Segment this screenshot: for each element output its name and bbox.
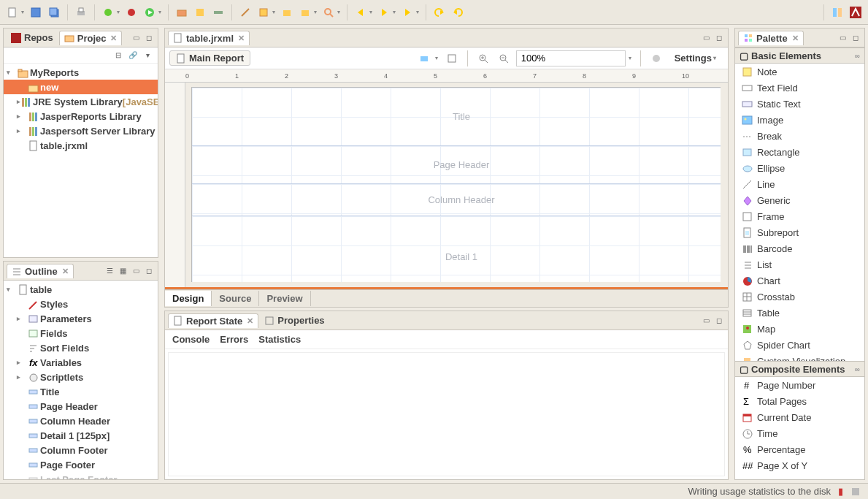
palette-item[interactable]: Static Text: [735, 96, 864, 112]
palette-item[interactable]: ΣTotal Pages: [735, 393, 864, 409]
dropdown-arrow-icon[interactable]: ▾: [416, 9, 420, 15]
minimize-icon[interactable]: ▭: [837, 33, 848, 43]
wizard-alt-icon[interactable]: [279, 4, 295, 20]
band-detail-1[interactable]: Detail 1: [192, 216, 721, 282]
close-icon[interactable]: ✕: [238, 34, 245, 43]
wand-icon[interactable]: [237, 4, 253, 20]
band-title[interactable]: Title: [192, 88, 721, 146]
palette-item[interactable]: Line: [735, 176, 864, 192]
palette-item[interactable]: Rectangle: [735, 144, 864, 160]
close-icon[interactable]: ✕: [247, 316, 253, 326]
minimize-icon[interactable]: ▭: [130, 266, 142, 276]
tab-palette[interactable]: Palette ✕: [738, 31, 804, 45]
tree-row[interactable]: table.jrxml: [4, 138, 158, 153]
subtab-console[interactable]: Console: [172, 334, 210, 345]
print-icon[interactable]: [73, 4, 89, 20]
palette-item[interactable]: Barcode: [735, 240, 864, 256]
subtab-errors[interactable]: Errors: [220, 334, 248, 345]
flat-mode-icon[interactable]: ▦: [117, 266, 128, 276]
palette-item[interactable]: Current Date: [735, 409, 864, 425]
tab-properties[interactable]: Properties: [260, 313, 329, 327]
ext-tool-icon[interactable]: [174, 4, 190, 20]
save-all-icon[interactable]: [46, 4, 62, 20]
tree-row[interactable]: Column Footer: [4, 443, 158, 457]
app-logo-icon[interactable]: [848, 4, 864, 20]
new-file-icon[interactable]: [4, 4, 20, 20]
tree-row[interactable]: ▸Parameters: [4, 311, 158, 326]
settings-gear-icon[interactable]: [648, 50, 664, 66]
nav-back-icon[interactable]: [353, 4, 369, 20]
palette-item[interactable]: Generic: [735, 192, 864, 208]
tab-preview[interactable]: Preview: [259, 291, 310, 306]
palette-item[interactable]: Crosstab: [735, 289, 864, 305]
palette-item[interactable]: Text Field: [735, 80, 864, 96]
minimize-icon[interactable]: ▭: [700, 33, 712, 43]
main-report-button[interactable]: Main Report: [169, 50, 250, 66]
band-column-header[interactable]: Column Header: [192, 184, 721, 216]
palette-section-basic[interactable]: ▢Basic Elements ∞: [735, 47, 864, 64]
tab-outline[interactable]: Outline ✕: [7, 264, 74, 278]
tree-row[interactable]: ▾MyReports: [4, 65, 158, 80]
palette-item[interactable]: Ellipse: [735, 160, 864, 176]
dropdown-arrow-icon[interactable]: ▾: [21, 9, 26, 15]
dropdown-arrow-icon[interactable]: ▾: [337, 9, 342, 15]
close-icon[interactable]: ✕: [62, 267, 69, 276]
dropdown-arrow-icon[interactable]: ▾: [629, 55, 633, 61]
collapse-all-icon[interactable]: ⊟: [112, 50, 124, 61]
dropdown-arrow-icon[interactable]: ▾: [158, 9, 163, 15]
dropdown-arrow-icon[interactable]: ▾: [117, 9, 121, 15]
bug-red-icon[interactable]: [123, 4, 139, 20]
palette-item[interactable]: Break: [735, 128, 864, 144]
tree-row[interactable]: Last Page Footer: [4, 472, 158, 479]
tree-row[interactable]: new: [4, 80, 158, 94]
palette-item[interactable]: ##Page X of Y: [735, 457, 864, 473]
maximize-icon[interactable]: ◻: [143, 266, 155, 276]
link-editor-icon[interactable]: 🔗: [127, 50, 139, 61]
minimize-icon[interactable]: ▭: [130, 33, 142, 43]
dropdown-arrow-icon[interactable]: ▾: [314, 9, 318, 15]
redo-icon[interactable]: [450, 4, 466, 20]
nav-fwd-icon[interactable]: [376, 4, 392, 20]
tree-row[interactable]: Detail 1 [125px]: [4, 428, 158, 443]
zoom-out-icon[interactable]: [496, 50, 512, 66]
subtab-statistics[interactable]: Statistics: [258, 334, 301, 345]
tab-project[interactable]: Projec ✕: [59, 31, 123, 45]
tab-source[interactable]: Source: [212, 291, 259, 306]
tree-mode-icon[interactable]: ☰: [104, 266, 115, 276]
palette-item[interactable]: List: [735, 256, 864, 273]
undo-icon[interactable]: [431, 4, 448, 20]
palette-item[interactable]: Custom Visualization: [735, 353, 864, 361]
console-output[interactable]: [168, 352, 725, 476]
settings-button[interactable]: Settings▾: [669, 51, 723, 65]
dropdown-arrow-icon[interactable]: ▾: [369, 9, 374, 15]
save-icon[interactable]: [28, 4, 44, 20]
project-tree[interactable]: ▾MyReportsnew▸JRE System Library [JavaSE…: [4, 64, 158, 257]
nav-fwd2-icon[interactable]: [399, 4, 415, 20]
run-icon[interactable]: [142, 4, 158, 20]
maximize-icon[interactable]: ◻: [850, 33, 861, 43]
wizard-icon[interactable]: [256, 4, 272, 20]
tree-row[interactable]: ▸Jaspersoft Server Library: [4, 123, 158, 138]
wizard-alt2-icon[interactable]: [297, 4, 313, 20]
tree-row[interactable]: ▸Scriptlets: [4, 370, 158, 384]
band-page-header[interactable]: Page Header: [192, 146, 721, 184]
tree-row[interactable]: Page Header: [4, 399, 158, 414]
zoom-in-icon[interactable]: [475, 50, 491, 66]
palette-item[interactable]: Note: [735, 64, 864, 80]
palette-item[interactable]: Table: [735, 305, 864, 321]
close-icon[interactable]: ✕: [110, 34, 117, 43]
palette-item[interactable]: Map: [735, 321, 864, 337]
tree-row[interactable]: ▸fxVariables: [4, 355, 158, 370]
outline-tree[interactable]: ▾tableStyles▸ParametersFieldsSort Fields…: [4, 281, 158, 479]
palette-item[interactable]: Time: [735, 425, 864, 441]
search-icon[interactable]: [320, 4, 337, 20]
view-menu-icon[interactable]: ▾: [142, 50, 153, 61]
design-canvas[interactable]: 0123456789101 Title Page Header Column H…: [165, 69, 728, 289]
dropdown-arrow-icon[interactable]: ▾: [393, 9, 397, 15]
tab-design[interactable]: Design: [165, 291, 212, 306]
maximize-icon[interactable]: ◻: [713, 33, 725, 43]
bug-green-icon[interactable]: [100, 4, 116, 20]
tree-row[interactable]: Styles: [4, 297, 158, 311]
tree-row[interactable]: Page Footer: [4, 457, 158, 472]
tree-row[interactable]: ▸JRE System Library [JavaSE-: [4, 94, 158, 109]
